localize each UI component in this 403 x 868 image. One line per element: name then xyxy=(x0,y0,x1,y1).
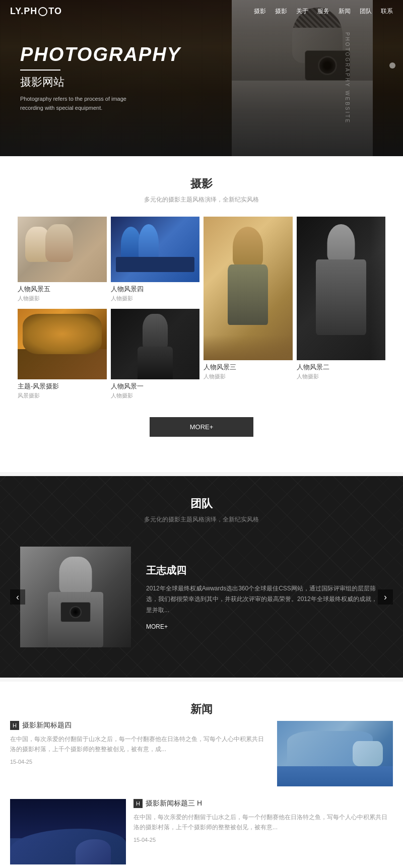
nav-photography[interactable]: 摄影 xyxy=(254,7,266,16)
news-title-1[interactable]: 摄影新闻标题四 xyxy=(22,721,72,730)
photo-4-caption: 人物风景四 人物摄影 xyxy=(111,282,200,305)
photo-item-5[interactable]: 人物风景五 人物摄影 xyxy=(18,217,107,305)
news-section: 新闻 H 摄影新闻标题四 在中国，每次亲爱的付翻留于山水之后，每一个付翻赛他在日… xyxy=(0,682,403,868)
team-member-photo xyxy=(20,547,131,647)
team-more-link[interactable]: MORE+ xyxy=(146,623,383,630)
photography-subtitle: 多元化的摄影主题风格演绎，全新纪实风格 xyxy=(10,195,393,204)
nav-contact[interactable]: 联系 xyxy=(381,7,393,16)
nav-team[interactable]: 团队 xyxy=(360,7,372,16)
news-content-1: H 摄影新闻标题四 在中国，每次亲爱的付翻留于山水之后，每一个付翻赛他在日洛特之… xyxy=(10,721,270,765)
photo-col3: 人物风景三 人物摄影 xyxy=(204,217,293,383)
team-member-name: 王志成四 xyxy=(146,564,383,577)
logo-circle xyxy=(38,7,47,16)
news-thumb-1 xyxy=(277,721,393,786)
hero-dot xyxy=(389,62,395,69)
photo-col1: 人物风景五 人物摄影 主题-风景摄影 风景摄影 xyxy=(18,217,107,402)
darkwoman-caption: 人物风景一 人物摄影 xyxy=(111,379,200,402)
news-content-2: H 摄影新闻标题三 H 在中国，每次亲爱的付翻留于山水之后，每一个付翻赛他在日洛… xyxy=(133,799,393,843)
photo-3-caption: 人物风景三 人物摄影 xyxy=(204,360,293,383)
logo[interactable]: LY.PHTO xyxy=(10,6,254,17)
hero-section: PHOTOGRAPHY 摄影网站 Photography refers to t… xyxy=(0,0,403,156)
section-divider-1 xyxy=(0,472,403,476)
news-body-2: 在中国，每次亲爱的付翻留于山水之后，每一个付翻赛他在日洛特之鱼，写每个人心中积累… xyxy=(133,812,393,833)
photo-col2: 人物风景四 人物摄影 人物风景一 人物摄影 xyxy=(111,217,200,402)
nav-about[interactable]: 关于 xyxy=(296,7,308,16)
team-subtitle: 多元化的摄影主题风格演绎，全新纪实风格 xyxy=(10,515,393,524)
news-date-2: 15-04-25 xyxy=(133,837,393,843)
team-info: 王志成四 2012年全球最终权威Awwards选出360个全球最佳CSS网站，通… xyxy=(146,564,383,631)
photo-item-darkwoman[interactable]: 人物风景一 人物摄影 xyxy=(111,309,200,402)
nav-service[interactable]: 服务 xyxy=(317,7,329,16)
news-title-2[interactable]: 摄影新闻标题三 H xyxy=(146,799,202,808)
photo-2-caption: 人物风景二 人物摄影 xyxy=(297,360,386,383)
nav-news[interactable]: 新闻 xyxy=(339,7,351,16)
news-date-1: 15-04-25 xyxy=(10,759,270,765)
news-thumb-2 xyxy=(10,799,126,864)
hero-side-text: PHOTOGRAPHY WEBSITE xyxy=(344,32,350,124)
team-card: 王志成四 2012年全球最终权威Awwards选出360个全球最佳CSS网站，通… xyxy=(20,537,383,657)
news-tag-2: H xyxy=(133,799,143,808)
hero-title-en: PHOTOGRAPHY xyxy=(20,44,181,65)
photography-section: 摄影 多元化的摄影主题风格演绎，全新纪实风格 人物风景五 人物摄影 xyxy=(0,156,403,472)
photo-item-2[interactable]: 人物风景二 人物摄影 xyxy=(297,217,386,383)
team-member-desc: 2012年全球最终权威Awwards选出360个全球最佳CSS网站，通过国际评审… xyxy=(146,583,383,616)
news-item-1: H 摄影新闻标题四 在中国，每次亲爱的付翻留于山水之后，每一个付翻赛他在日洛特之… xyxy=(10,721,393,786)
photo-item-4[interactable]: 人物风景四 人物摄影 xyxy=(111,217,200,305)
news-body-1: 在中国，每次亲爱的付翻留于山水之后，每一个付翻赛他在日洛特之鱼，写每个人心中积累… xyxy=(10,734,270,755)
photography-title: 摄影 xyxy=(10,176,393,191)
photo-5-caption: 人物风景五 人物摄影 xyxy=(18,282,107,305)
team-section: 团队 多元化的摄影主题风格演绎，全新纪实风格 ‹ 王志成四 2012年全球最终权… xyxy=(0,476,403,678)
section-divider-2 xyxy=(0,678,403,682)
team-prev-btn[interactable]: ‹ xyxy=(10,589,25,605)
team-carousel: ‹ 王志成四 2012年全球最终权威Awwards选出360个全球最佳CSS网站… xyxy=(10,537,393,657)
hero-content: PHOTOGRAPHY 摄影网站 Photography refers to t… xyxy=(0,14,201,143)
photo-item-autumn[interactable]: 主题-风景摄影 风景摄影 xyxy=(18,309,107,402)
more-btn-wrap: MORE+ xyxy=(10,417,393,437)
nav-photo2[interactable]: 摄影 xyxy=(275,7,287,16)
photography-more-btn[interactable]: MORE+ xyxy=(150,417,254,437)
news-item-2: H 摄影新闻标题三 H 在中国，每次亲爱的付翻留于山水之后，每一个付翻赛他在日洛… xyxy=(10,799,393,864)
team-title: 团队 xyxy=(10,496,393,511)
hero-title-zh: 摄影网站 xyxy=(20,75,181,90)
team-next-btn[interactable]: › xyxy=(378,589,393,605)
photo-col4: 人物风景二 人物摄影 xyxy=(297,217,386,383)
nav-links: 摄影 摄影 关于 服务 新闻 团队 联系 xyxy=(254,7,393,16)
hero-desc: Photography refers to the process of ima… xyxy=(20,95,131,112)
news-title: 新闻 xyxy=(10,702,393,717)
photo-item-3[interactable]: 人物风景三 人物摄影 xyxy=(204,217,293,383)
autumn-caption: 主题-风景摄影 风景摄影 xyxy=(18,379,107,402)
navbar: LY.PHTO 摄影 摄影 关于 服务 新闻 团队 联系 xyxy=(0,0,403,23)
news-tag-1: H xyxy=(10,721,19,730)
